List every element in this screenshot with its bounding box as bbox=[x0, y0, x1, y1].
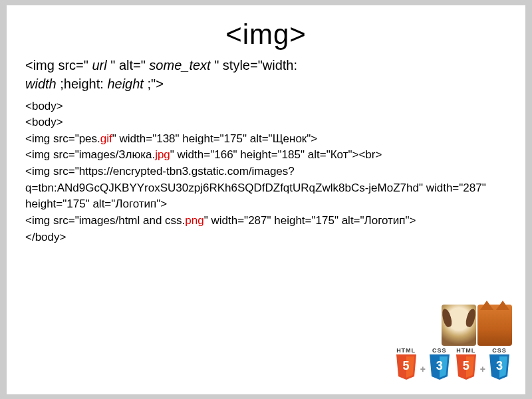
badge-number: 3 bbox=[496, 359, 503, 373]
plus-icon: + bbox=[480, 364, 485, 374]
html5-css3-logo: HTML 5 + CSS 3 bbox=[454, 347, 512, 380]
badge-number: 5 bbox=[463, 359, 469, 373]
syntax-part: " alt=" bbox=[110, 58, 146, 72]
image-strip: HTML 5 + CSS 3 HTML bbox=[394, 305, 512, 380]
cat-image bbox=[477, 305, 512, 346]
code-line: <img src="images/html and css.png" width… bbox=[25, 213, 507, 229]
slide-title: <img> bbox=[25, 19, 507, 51]
css-label: CSS bbox=[432, 347, 447, 354]
img-syntax: <img src=" url " alt=" some_text " style… bbox=[25, 56, 507, 93]
html5-shield-icon: 5 bbox=[455, 354, 477, 380]
css-label: CSS bbox=[492, 347, 507, 354]
code-line: <img src="images/Злюка.jpg" width="166" … bbox=[25, 147, 507, 164]
html5-shield-icon: 5 bbox=[395, 354, 418, 380]
plus-icon: + bbox=[420, 364, 426, 374]
syntax-part: ;"> bbox=[147, 76, 163, 91]
syntax-width: width bbox=[25, 76, 60, 91]
html5-badge: HTML 5 bbox=[454, 347, 479, 380]
file-ext: gif bbox=[100, 132, 112, 145]
code-line: </body> bbox=[25, 229, 507, 246]
code-line: <body> bbox=[25, 98, 507, 115]
animal-row bbox=[442, 305, 512, 346]
badge-number: 3 bbox=[436, 359, 443, 373]
logo-row: HTML 5 + CSS 3 HTML bbox=[394, 347, 512, 380]
syntax-part: <img src=" bbox=[25, 58, 88, 72]
badge-number: 5 bbox=[403, 359, 410, 373]
code-line: <body> bbox=[25, 114, 507, 131]
file-ext: png bbox=[185, 214, 203, 227]
syntax-url: url bbox=[88, 58, 110, 72]
syntax-part: " style="width: bbox=[214, 58, 297, 72]
css3-badge: CSS 3 bbox=[427, 347, 452, 380]
file-ext: jpg bbox=[155, 148, 170, 161]
syntax-alt: some_text bbox=[146, 58, 214, 72]
code-line: <img src="https://encrypted-tbn3.gstatic… bbox=[25, 164, 507, 213]
slide: <img> <img src=" url " alt=" some_text "… bbox=[7, 5, 525, 394]
css3-badge: CSS 3 bbox=[487, 347, 512, 380]
dog-image bbox=[442, 305, 476, 346]
css3-shield-icon: 3 bbox=[488, 354, 511, 380]
css3-shield-icon: 3 bbox=[428, 354, 451, 380]
html5-badge: HTML 5 bbox=[394, 347, 419, 380]
syntax-part: ;height: bbox=[60, 76, 104, 91]
html5-css3-logo: HTML 5 + CSS 3 bbox=[394, 347, 452, 380]
syntax-height: height bbox=[104, 76, 148, 91]
html-label: HTML bbox=[456, 347, 475, 354]
html-label: HTML bbox=[396, 347, 416, 354]
code-line: <img src="pes.gif" width="138" height="1… bbox=[25, 131, 507, 148]
code-block: <body> <body> <img src="pes.gif" width="… bbox=[25, 98, 507, 246]
